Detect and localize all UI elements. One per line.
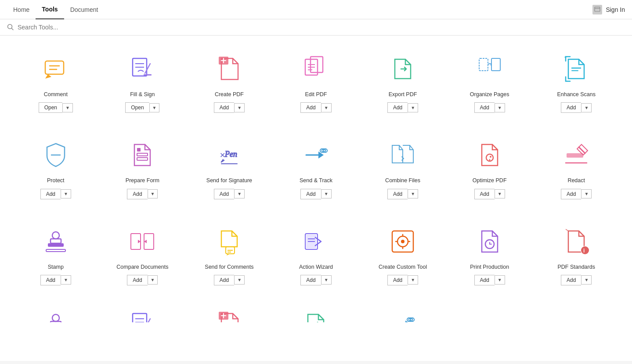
tool-name-protect: Protect [47,177,65,184]
svg-text:i: i [583,248,585,254]
tool-actions-create-custom-tool: Add▼ [387,275,418,285]
tools-row-1: CommentOpen▼ Fill & SignOpen▼ Create PDF… [14,46,618,118]
dropdown-button-fill-sign[interactable]: ▼ [149,103,160,112]
top-nav: Home Tools Document Sign In [0,0,632,19]
add-button-create-custom-tool[interactable]: Add [387,275,408,285]
tool-actions-export-pdf: Add▼ [387,102,418,113]
partial-send-track-icon [385,310,420,322]
dropdown-button-send-for-signature[interactable]: ▼ [234,189,245,198]
sign-in-label[interactable]: Sign In [606,6,625,13]
dropdown-button-export-pdf[interactable]: ▼ [408,103,418,112]
tool-name-send-for-signature: Send for Signature [206,177,252,184]
add-button-action-wizard[interactable]: Add [300,275,321,285]
add-button-enhance-scans[interactable]: Add [561,102,581,113]
tool-card-fill-sign: Fill & SignOpen▼ [101,46,184,118]
search-bar [0,19,632,36]
svg-line-3 [12,29,14,30]
dropdown-button-combine-files[interactable]: ▼ [408,189,418,198]
dropdown-button-prepare-form[interactable]: ▼ [148,189,158,198]
dropdown-button-create-custom-tool[interactable]: ▼ [408,275,418,285]
svg-rect-44 [48,243,64,247]
tool-card-organize-pages: Organize PagesAdd▼ [448,46,531,118]
nav-home[interactable]: Home [7,0,36,19]
tool-actions-enhance-scans: Add▼ [561,102,592,113]
add-button-protect[interactable]: Add [40,189,61,199]
add-button-print-production[interactable]: Add [474,275,495,285]
dropdown-button-redact[interactable]: ▼ [581,189,592,198]
add-button-redact[interactable]: Add [561,189,581,199]
add-button-send-for-comments[interactable]: Add [214,275,234,285]
tool-actions-action-wizard: Add▼ [300,275,331,285]
partial-create-pdf-icon [212,310,247,322]
comment-icon [38,51,73,86]
dropdown-button-send-for-comments[interactable]: ▼ [234,275,245,285]
search-icon [7,24,14,31]
tool-actions-prepare-form: Add▼ [127,189,158,199]
svg-rect-27 [137,158,148,160]
dropdown-button-protect[interactable]: ▼ [61,189,71,198]
add-button-export-pdf[interactable]: Add [387,102,408,113]
dropdown-button-send-track[interactable]: ▼ [321,189,332,198]
tool-card-partial-export-pdf [274,305,358,322]
dropdown-button-optimize-pdf[interactable]: ▼ [495,189,505,198]
tool-card-send-for-signature: Pen ✕ Send for SignatureAdd▼ [188,132,271,204]
add-button-organize-pages[interactable]: Add [474,102,495,113]
svg-marker-7 [45,74,51,79]
add-button-pdf-standards[interactable]: Add [561,275,581,285]
tool-name-combine-files: Combine Files [385,177,420,184]
redact-icon [559,137,594,173]
tool-card-partial-send-track [361,305,444,322]
dropdown-button-comment[interactable]: ▼ [62,103,73,112]
tools-row-2: ProtectAdd▼ Prepare FormAdd▼ Pen ✕ Send … [14,132,618,204]
protect-icon [38,137,73,173]
svg-point-64 [581,246,589,254]
tool-actions-comment: Open▼ [39,102,73,113]
nav-document[interactable]: Document [64,0,105,19]
tool-actions-protect: Add▼ [40,189,71,199]
tool-name-enhance-scans: Enhance Scans [557,91,596,98]
svg-text:✕: ✕ [220,151,225,159]
svg-rect-40 [567,153,583,158]
add-button-create-pdf[interactable]: Add [214,102,234,113]
open-button-fill-sign[interactable]: Open [125,102,149,113]
add-button-compare-documents[interactable]: Add [127,275,147,285]
add-button-edit-pdf[interactable]: Add [300,102,321,113]
add-button-send-track[interactable]: Add [300,189,321,199]
tool-card-stamp: StampAdd▼ [14,219,98,291]
dropdown-button-enhance-scans[interactable]: ▼ [581,103,592,112]
add-button-prepare-form[interactable]: Add [127,189,147,199]
tool-card-prepare-form: Prepare FormAdd▼ [101,132,184,204]
svg-rect-26 [137,153,148,156]
tool-name-export-pdf: Export PDF [389,91,417,98]
dropdown-button-compare-documents[interactable]: ▼ [148,275,158,285]
search-input[interactable] [18,24,149,31]
svg-rect-21 [491,58,500,71]
dropdown-button-stamp[interactable]: ▼ [61,275,71,285]
dropdown-button-pdf-standards[interactable]: ▼ [581,275,592,285]
dropdown-button-action-wizard[interactable]: ▼ [321,275,332,285]
sign-in-icon [592,5,602,14]
tool-card-redact: RedactAdd▼ [534,132,618,204]
dropdown-button-organize-pages[interactable]: ▼ [495,103,505,112]
tool-actions-send-track: Add▼ [300,189,331,199]
open-button-comment[interactable]: Open [39,102,62,113]
dropdown-button-create-pdf[interactable]: ▼ [234,103,245,112]
tool-card-enhance-scans: ✦ Enhance ScansAdd▼ [534,46,618,118]
svg-point-38 [490,156,491,158]
add-button-combine-files[interactable]: Add [387,189,408,199]
tool-name-redact: Redact [567,177,585,184]
dropdown-button-edit-pdf[interactable]: ▼ [321,103,332,112]
svg-rect-20 [479,58,488,71]
tool-card-combine-files: Combine FilesAdd▼ [361,132,444,204]
tool-name-fill-sign: Fill & Sign [130,91,155,98]
add-button-optimize-pdf[interactable]: Add [474,189,495,199]
send-track-icon [298,137,333,173]
tool-card-print-production: Print ProductionAdd▼ [448,219,531,291]
nav-tools[interactable]: Tools [36,0,64,19]
tool-actions-send-for-signature: Add▼ [214,189,245,199]
dropdown-button-print-production[interactable]: ▼ [495,275,505,285]
add-button-stamp[interactable]: Add [40,275,61,285]
svg-point-66 [52,314,59,321]
add-button-send-for-signature[interactable]: Add [214,189,234,199]
tool-card-partial-fill-sign [101,305,184,322]
